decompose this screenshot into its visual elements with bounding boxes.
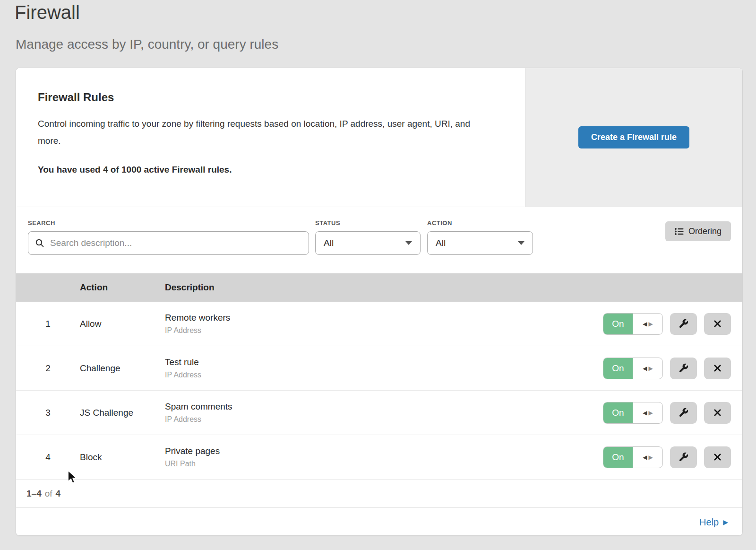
rule-controls: On ◀▶ [603, 446, 742, 468]
rule-match-type: IP Address [165, 415, 603, 424]
edit-rule-button[interactable] [670, 402, 697, 424]
delete-rule-button[interactable] [704, 446, 731, 468]
overview-section: Firewall Rules Control incoming traffic … [16, 68, 742, 207]
table-row: 1 Allow Remote workers IP Address On ◀▶ [16, 302, 742, 346]
delete-rule-button[interactable] [704, 402, 731, 424]
table-row: 3 JS Challenge Spam comments IP Address … [16, 391, 742, 435]
overview-text: Firewall Rules Control incoming traffic … [38, 91, 510, 175]
edit-rule-button[interactable] [670, 313, 697, 335]
rule-action: Block [80, 452, 165, 463]
rule-match-type: IP Address [165, 371, 603, 379]
rule-description: Private pages [165, 446, 603, 456]
section-description: Control incoming traffic to your zone by… [38, 115, 484, 149]
create-rule-panel: Create a Firewall rule [525, 68, 742, 207]
toggle-on-label: On [603, 402, 633, 423]
action-filter: ACTION All [427, 219, 533, 255]
section-heading: Firewall Rules [38, 91, 510, 104]
table-row: 4 Block Private pages URI Path On ◀▶ [16, 435, 742, 480]
rule-priority: 1 [16, 319, 80, 329]
rule-description-cell: Remote workers IP Address [165, 313, 603, 335]
toggle-on-label: On [603, 447, 633, 468]
x-icon [713, 364, 722, 373]
rules-list: 1 Allow Remote workers IP Address On ◀▶ [16, 302, 742, 480]
rule-action: JS Challenge [80, 408, 165, 418]
toggle-on-label: On [603, 358, 633, 379]
pagination-total: 4 [56, 489, 61, 499]
rule-enabled-toggle[interactable]: On ◀▶ [603, 446, 663, 468]
left-right-arrows-icon: ◀▶ [633, 402, 662, 423]
pagination-bar: 1–4 of 4 [16, 480, 742, 508]
wrench-icon [678, 318, 689, 329]
status-select[interactable]: All [315, 231, 421, 255]
toggle-on-label: On [603, 314, 633, 334]
table-row: 2 Challenge Test rule IP Address On ◀▶ [16, 346, 742, 391]
chevron-down-icon [405, 241, 412, 245]
table-header: Action Description [16, 273, 742, 302]
rule-action: Allow [80, 319, 165, 329]
delete-rule-button[interactable] [704, 358, 731, 379]
left-right-arrows-icon: ◀▶ [633, 447, 662, 468]
rule-enabled-toggle[interactable]: On ◀▶ [603, 358, 663, 379]
help-bar: Help ▶ [16, 508, 742, 536]
wrench-icon [678, 363, 689, 374]
search-input[interactable] [49, 237, 302, 249]
rule-description-cell: Private pages URI Path [165, 446, 603, 468]
rule-description-cell: Test rule IP Address [165, 357, 603, 379]
x-icon [713, 408, 722, 417]
rule-controls: On ◀▶ [603, 313, 742, 335]
search-filter: SEARCH [28, 219, 309, 255]
rule-priority: 3 [16, 408, 80, 418]
filters-section: SEARCH STATUS All ACTION All [16, 207, 742, 273]
x-icon [713, 319, 722, 328]
status-label: STATUS [315, 219, 421, 227]
action-label: ACTION [427, 219, 533, 227]
pagination-of: of [45, 489, 52, 499]
help-link-label: Help [699, 517, 719, 528]
rule-controls: On ◀▶ [603, 358, 742, 379]
rule-description: Test rule [165, 357, 603, 367]
ordering-button-label: Ordering [688, 227, 722, 236]
left-right-arrows-icon: ◀▶ [633, 314, 662, 334]
wrench-icon [678, 452, 689, 463]
help-link[interactable]: Help ▶ [699, 517, 728, 528]
edit-rule-button[interactable] [670, 446, 697, 468]
usage-summary: You have used 4 of 1000 active Firewall … [38, 165, 510, 175]
rule-priority: 2 [16, 363, 80, 374]
search-input-wrap [28, 231, 309, 255]
status-filter: STATUS All [315, 219, 421, 255]
firewall-rules-card: Firewall Rules Control incoming traffic … [16, 68, 743, 536]
status-selected-value: All [324, 238, 334, 248]
delete-rule-button[interactable] [704, 313, 731, 335]
right-triangle-icon: ▶ [723, 519, 728, 525]
search-icon [35, 238, 44, 248]
rule-controls: On ◀▶ [603, 402, 742, 424]
rule-priority: 4 [16, 452, 80, 463]
rule-enabled-toggle[interactable]: On ◀▶ [603, 313, 663, 335]
rule-description: Spam comments [165, 402, 603, 412]
x-icon [713, 453, 722, 462]
edit-rule-button[interactable] [670, 358, 697, 379]
wrench-icon [678, 407, 689, 418]
rule-enabled-toggle[interactable]: On ◀▶ [603, 402, 663, 424]
rule-description: Remote workers [165, 313, 603, 323]
pagination-range: 1–4 [26, 489, 42, 499]
rule-description-cell: Spam comments IP Address [165, 402, 603, 424]
create-firewall-rule-button[interactable]: Create a Firewall rule [578, 126, 689, 148]
left-right-arrows-icon: ◀▶ [633, 358, 662, 379]
page-subtitle: Manage access by IP, country, or query r… [16, 37, 278, 52]
rule-match-type: IP Address [165, 326, 603, 335]
action-select[interactable]: All [427, 231, 533, 255]
search-label: SEARCH [28, 219, 309, 227]
rule-action: Challenge [80, 363, 165, 374]
ordered-list-icon [675, 227, 684, 236]
action-selected-value: All [436, 238, 446, 248]
chevron-down-icon [518, 241, 524, 245]
rule-match-type: URI Path [165, 460, 603, 468]
column-header-description: Description [165, 282, 742, 293]
column-header-action: Action [80, 282, 165, 293]
ordering-button[interactable]: Ordering [665, 221, 731, 241]
page-title: Firewall [15, 2, 80, 23]
